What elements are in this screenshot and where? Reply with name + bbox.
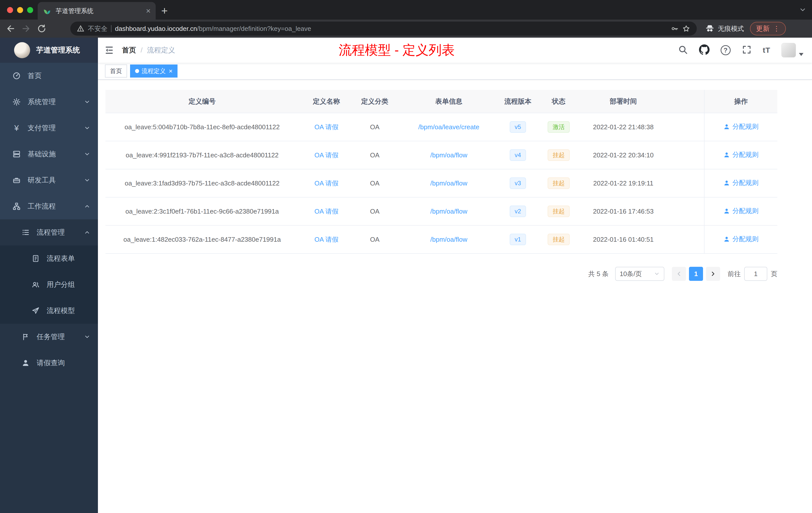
github-icon[interactable] [699, 44, 709, 56]
avatar [781, 43, 796, 58]
reload-button[interactable] [35, 22, 49, 36]
cell-deploy-time: 2022-01-22 21:48:38 [584, 113, 663, 141]
address-bar[interactable]: 不安全 dashboard.yudao.iocoder.cn/bpm/manag… [70, 22, 697, 36]
definition-name-link[interactable]: OA 请假 [314, 208, 338, 215]
form-link[interactable]: /bpm/oa/leave/create [418, 123, 479, 131]
sidebar-item-leave-query[interactable]: 请假查询 [0, 350, 98, 376]
sidebar-item-system[interactable]: 系统管理 [0, 89, 98, 115]
tag-close-icon[interactable]: × [169, 68, 173, 74]
form-link[interactable]: /bpm/oa/flow [430, 151, 467, 159]
goto-page-input[interactable] [744, 267, 767, 281]
browser-tab[interactable]: 芋道管理系统 × [38, 2, 156, 20]
sidebar-item-process-form[interactable]: 流程表单 [0, 245, 98, 272]
table-row: oa_leave:2:3c1f0ef1-76b1-11ec-9c66-a2380… [106, 197, 777, 225]
fullscreen-icon[interactable] [742, 45, 752, 56]
cell-deploy-time: 2022-01-22 19:19:11 [584, 169, 663, 197]
sidebar-item-user-group[interactable]: 用户分组 [0, 272, 98, 298]
tag-process-definition[interactable]: 流程定义 × [130, 64, 177, 78]
col-action: 操作 [704, 90, 777, 113]
page-number-button[interactable]: 1 [689, 267, 703, 281]
status-badge: 挂起 [548, 234, 570, 245]
status-badge: 挂起 [548, 149, 570, 161]
window-close-button[interactable] [7, 7, 13, 13]
app-root: 芋道管理系统 首页 系统管理 ¥ 支付管理 基础设施 [0, 38, 812, 513]
cell-id: oa_leave:4:991f2193-7b7f-11ec-a3c8-acde4… [106, 141, 299, 169]
bookmark-star-icon[interactable] [682, 25, 690, 33]
col-definition-id: 定义编号 [106, 90, 299, 113]
cell-filler [663, 169, 704, 197]
action-label: 分配规则 [732, 122, 758, 131]
sidebar-item-process-management[interactable]: 流程管理 [0, 219, 98, 245]
cell-category: OA [354, 225, 396, 253]
sidebar-item-task-management[interactable]: 任务管理 [0, 324, 98, 350]
window-minimize-button[interactable] [17, 7, 23, 13]
pagination: 共 5 条 10条/页 1 前往 页 [106, 267, 777, 281]
browser-menu-kebab-icon[interactable]: ⋮ [773, 25, 780, 33]
col-deploy-time: 部署时间 [584, 90, 663, 113]
user-avatar-menu[interactable] [781, 43, 804, 58]
version-badge: v3 [510, 177, 526, 189]
font-size-icon[interactable]: tT [763, 46, 770, 55]
definition-name-link[interactable]: OA 请假 [314, 151, 338, 159]
prev-page-button[interactable] [672, 267, 686, 281]
tags-view: 首页 流程定义 × [98, 63, 812, 80]
incognito-label: 无痕模式 [718, 24, 744, 33]
col-filler [663, 90, 704, 113]
url-domain: dashboard.yudao.iocoder.cn [115, 25, 197, 32]
tab-close-icon[interactable]: × [146, 7, 151, 15]
chevron-up-icon [84, 229, 90, 236]
sidebar-item-workflow[interactable]: 工作流程 [0, 193, 98, 219]
col-status: 状态 [533, 90, 584, 113]
back-button[interactable] [3, 22, 18, 36]
tab-search-caret-icon[interactable] [799, 6, 807, 14]
cell-deploy-time: 2022-01-16 01:40:51 [584, 225, 663, 253]
col-form-info: 表单信息 [396, 90, 502, 113]
col-definition-category: 定义分类 [354, 90, 396, 113]
assign-rule-link[interactable]: 分配规则 [723, 150, 758, 159]
chevron-left-icon [675, 270, 683, 277]
window-zoom-button[interactable] [27, 7, 33, 13]
tag-home[interactable]: 首页 [105, 64, 127, 78]
password-key-icon[interactable] [671, 25, 679, 33]
sidebar-item-home[interactable]: 首页 [0, 63, 98, 89]
pagination-total: 共 5 条 [588, 270, 609, 278]
sidebar-toggle-button[interactable] [98, 38, 120, 63]
hamburger-icon [104, 45, 115, 56]
next-page-button[interactable] [706, 267, 720, 281]
assign-rule-link[interactable]: 分配规则 [723, 122, 758, 131]
page-size-select[interactable]: 10条/页 [615, 267, 664, 281]
help-icon[interactable]: ? [721, 45, 731, 55]
cell-id: oa_leave:3:1fad3d93-7b75-11ec-a3c8-acde4… [106, 169, 299, 197]
version-badge: v2 [510, 206, 526, 217]
cell-id: oa_leave:1:482ec033-762a-11ec-8477-a2380… [106, 225, 299, 253]
sidebar-item-infrastructure[interactable]: 基础设施 [0, 141, 98, 167]
breadcrumb: 首页 / 流程定义 [122, 46, 175, 55]
chrome-update-button[interactable]: 更新 ⋮ [750, 22, 786, 35]
assign-rule-link[interactable]: 分配规则 [723, 178, 758, 187]
chevron-down-icon [84, 177, 90, 183]
tab-strip: 芋道管理系统 × + [0, 0, 812, 20]
action-label: 分配规则 [732, 207, 758, 215]
form-link[interactable]: /bpm/oa/flow [430, 208, 467, 215]
sidebar-item-label: 用户分组 [47, 280, 75, 290]
form-link[interactable]: /bpm/oa/flow [430, 179, 467, 187]
forward-button[interactable] [19, 22, 33, 36]
assign-rule-link[interactable]: 分配规则 [723, 207, 758, 215]
assign-rule-link[interactable]: 分配规则 [723, 235, 758, 243]
breadcrumb-home[interactable]: 首页 [122, 46, 136, 55]
new-tab-button[interactable]: + [156, 2, 173, 20]
definition-name-link[interactable]: OA 请假 [314, 236, 338, 243]
sidebar-item-dev-tools[interactable]: 研发工具 [0, 167, 98, 193]
definition-name-link[interactable]: OA 请假 [314, 123, 338, 131]
sidebar-item-payment[interactable]: ¥ 支付管理 [0, 115, 98, 141]
version-badge: v5 [510, 121, 526, 133]
definition-name-link[interactable]: OA 请假 [314, 179, 338, 187]
url-text: dashboard.yudao.iocoder.cn/bpm/manager/d… [115, 25, 311, 33]
cell-filler [663, 113, 704, 141]
sidebar-item-process-model[interactable]: 流程模型 [0, 298, 98, 324]
search-icon[interactable] [678, 45, 688, 56]
tab-favicon [43, 7, 52, 15]
main-area: 首页 / 流程定义 流程模型 - 定义列表 ? tT [98, 38, 812, 513]
document-icon [31, 254, 40, 263]
form-link[interactable]: /bpm/oa/flow [430, 236, 467, 243]
